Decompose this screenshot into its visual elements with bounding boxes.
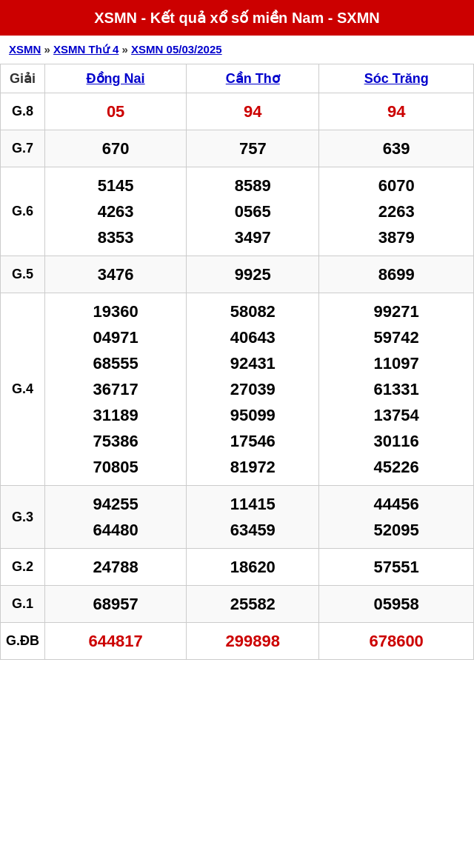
num-value: 30116	[374, 429, 419, 453]
g8-cell: 94	[319, 93, 474, 130]
num-value: 45226	[374, 455, 419, 479]
num-value: 27039	[230, 377, 276, 401]
num-value: 63459	[230, 518, 276, 542]
num-value: 52095	[374, 518, 419, 542]
giai-label: G.4	[1, 293, 45, 486]
num-value: 13754	[374, 403, 419, 427]
multi-cell: 99271597421109761331137543011645226	[319, 293, 474, 486]
giai-label: G.6	[1, 167, 45, 256]
giai-label: G.7	[1, 130, 45, 167]
table-row: G.41936004971685553671731189753867080558…	[1, 293, 474, 486]
num-value: 81972	[230, 455, 276, 479]
table-row: G.5347699258699	[1, 256, 474, 293]
num-value: 94255	[93, 492, 138, 516]
num-value: 6070	[378, 173, 415, 198]
multi-cell: 514542638353	[45, 167, 187, 256]
multi-cell: 58082406439243127039950991754681972	[187, 293, 319, 486]
giai-label: G.1	[1, 586, 45, 623]
multi-cell: 607022633879	[319, 167, 474, 256]
num-value: 11415	[230, 492, 276, 516]
col-header-giai: Giải	[1, 64, 45, 93]
multi-cell: 9425564480	[45, 486, 187, 549]
table-row: G.2247881862057551	[1, 549, 474, 586]
num-value: 40643	[230, 325, 276, 350]
num-cell: 8699	[319, 256, 474, 293]
breadcrumb-link-xsmn[interactable]: XSMN	[9, 43, 41, 56]
num-value: 0565	[235, 199, 271, 224]
num-cell: 9925	[187, 256, 319, 293]
num-value: 8589	[235, 173, 271, 198]
num-value: 61331	[374, 377, 419, 401]
num-value: 19360	[93, 299, 138, 324]
breadcrumb-link-thu4[interactable]: XSMN Thứ 4	[53, 43, 118, 56]
num-value: 4263	[98, 199, 134, 224]
table-header-row: Giải Đồng Nai Cần Thơ Sóc Trăng	[1, 64, 474, 93]
num-cell: 25582	[187, 586, 319, 623]
num-cell: 24788	[45, 549, 187, 586]
num-value: 70805	[93, 455, 138, 479]
num-value: 2263	[378, 199, 415, 224]
giai-label: G.3	[1, 486, 45, 549]
num-value: 44456	[374, 492, 419, 516]
giai-label: G.ĐB	[1, 623, 45, 660]
multi-cell: 1141563459	[187, 486, 319, 549]
num-value: 31189	[93, 403, 138, 427]
table-row: G.6514542638353858905653497607022633879	[1, 167, 474, 256]
col-header-soc-trang: Sóc Trăng	[319, 64, 474, 93]
table-row: G.ĐB644817299898678600	[1, 623, 474, 660]
multi-cell: 19360049716855536717311897538670805	[45, 293, 187, 486]
giai-label: G.5	[1, 256, 45, 293]
num-cell: 639	[319, 130, 474, 167]
multi-cell: 858905653497	[187, 167, 319, 256]
num-value: 58082	[230, 299, 276, 324]
giai-label: G.8	[1, 93, 45, 130]
breadcrumb-sep1: »	[44, 43, 54, 56]
multi-cell: 4445652095	[319, 486, 474, 549]
num-value: 99271	[374, 299, 419, 324]
col-header-dong-nai: Đồng Nai	[45, 64, 187, 93]
breadcrumb-sep2: »	[122, 43, 132, 56]
table-row: G.3942556448011415634594445652095	[1, 486, 474, 549]
num-value: 92431	[230, 351, 276, 375]
num-value: 11097	[374, 351, 419, 375]
num-cell: 05958	[319, 586, 474, 623]
num-cell: 68957	[45, 586, 187, 623]
col-header-can-tho: Cần Thơ	[187, 64, 319, 93]
num-value: 8353	[98, 225, 134, 250]
num-value: 3879	[378, 225, 415, 250]
num-value: 95099	[230, 403, 276, 427]
num-value: 59742	[374, 325, 419, 350]
num-value: 5145	[98, 173, 134, 198]
g8-cell: 94	[187, 93, 319, 130]
table-row: G.7670757639	[1, 130, 474, 167]
num-value: 36717	[93, 377, 138, 401]
results-table: Giải Đồng Nai Cần Thơ Sóc Trăng G.805949…	[0, 64, 474, 660]
num-cell: 670	[45, 130, 187, 167]
num-value: 04971	[93, 325, 138, 350]
giai-label: G.2	[1, 549, 45, 586]
num-value: 64480	[93, 518, 138, 542]
gdb-cell: 678600	[319, 623, 474, 660]
table-row: G.8059494	[1, 93, 474, 130]
num-value: 68555	[93, 351, 138, 375]
breadcrumb: XSMN » XSMN Thứ 4 » XSMN 05/03/2025	[0, 36, 474, 64]
num-cell: 18620	[187, 549, 319, 586]
table-row: G.1689572558205958	[1, 586, 474, 623]
num-cell: 757	[187, 130, 319, 167]
gdb-cell: 299898	[187, 623, 319, 660]
g8-cell: 05	[45, 93, 187, 130]
num-value: 75386	[93, 429, 138, 453]
breadcrumb-link-date[interactable]: XSMN 05/03/2025	[131, 43, 222, 56]
num-value: 17546	[230, 429, 276, 453]
header: XSMN - Kết quả xổ số miền Nam - SXMN	[0, 0, 474, 36]
num-cell: 57551	[319, 549, 474, 586]
num-value: 3497	[235, 225, 271, 250]
gdb-cell: 644817	[45, 623, 187, 660]
header-title: XSMN - Kết quả xổ số miền Nam - SXMN	[0, 0, 474, 36]
num-cell: 3476	[45, 256, 187, 293]
